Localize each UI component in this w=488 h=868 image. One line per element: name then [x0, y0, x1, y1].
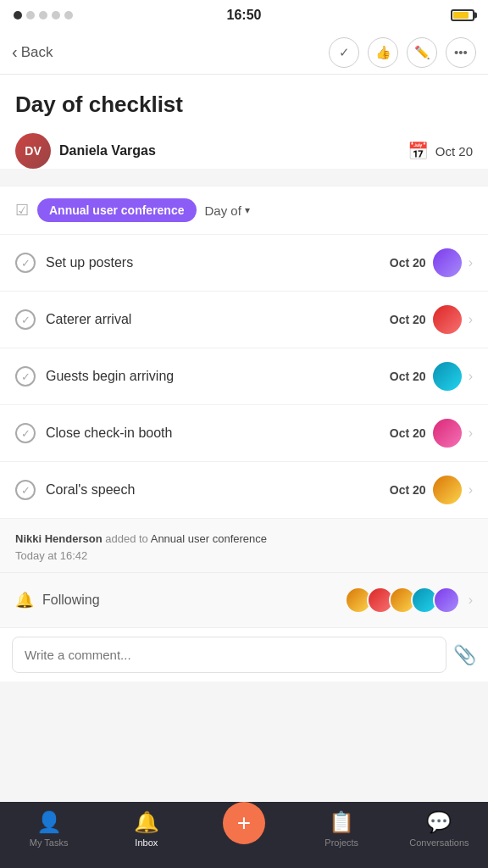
- task-name: Caterer arrival: [46, 312, 390, 327]
- content-area: Day of checklist DV Daniela Vargas 📅 Oct…: [0, 75, 488, 169]
- dropdown-chevron-icon: ▾: [245, 204, 250, 216]
- task-chevron-icon: ›: [469, 255, 473, 270]
- nav-item-projects[interactable]: 📋 Projects: [293, 810, 391, 848]
- projects-icon: 📋: [329, 810, 354, 834]
- task-check-icon[interactable]: ✓: [15, 480, 36, 500]
- nav-item-conversations[interactable]: 💬 Conversations: [391, 810, 488, 848]
- author-row: DV Daniela Vargas 📅 Oct 20: [15, 133, 473, 169]
- nav-actions: ✓ 👍 ✏️ •••: [329, 37, 476, 68]
- back-label: Back: [21, 44, 53, 61]
- following-avatars: [345, 587, 460, 614]
- activity-time: Today at 16:42: [15, 549, 87, 562]
- task-chevron-icon: ›: [469, 312, 473, 327]
- nav-item-my-tasks[interactable]: 👤 My Tasks: [0, 810, 97, 848]
- project-tag[interactable]: Annual user conference: [37, 198, 197, 222]
- checklist-icon: ☑: [15, 201, 29, 220]
- task-check-icon[interactable]: ✓: [15, 366, 36, 387]
- add-button[interactable]: +: [223, 802, 265, 844]
- more-action-button[interactable]: •••: [446, 37, 476, 68]
- task-name: Coral's speech: [46, 482, 390, 498]
- task-meta: Oct 20 ›: [390, 362, 473, 391]
- table-row[interactable]: ✓ Set up posters Oct 20 ›: [0, 235, 488, 292]
- edit-action-button[interactable]: ✏️: [407, 37, 437, 68]
- filter-dropdown[interactable]: Day of ▾: [205, 203, 250, 218]
- table-row[interactable]: ✓ Close check-in booth Oct 20 ›: [0, 405, 488, 462]
- check-action-button[interactable]: ✓: [329, 37, 359, 68]
- task-date: Oct 20: [390, 426, 426, 440]
- filter-label: Day of: [205, 203, 241, 218]
- page-title: Day of checklist: [15, 92, 473, 118]
- my-tasks-label: My Tasks: [30, 837, 69, 848]
- task-name: Set up posters: [46, 255, 390, 270]
- inbox-label: Inbox: [135, 837, 158, 848]
- task-check-icon[interactable]: ✓: [15, 423, 36, 443]
- task-chevron-icon: ›: [469, 482, 473, 498]
- dot-4: [52, 11, 60, 19]
- conversations-label: Conversations: [409, 837, 469, 848]
- avatar: [433, 476, 462, 504]
- check-icon: ✓: [339, 45, 350, 60]
- attach-icon[interactable]: 📎: [453, 644, 476, 666]
- avatar: [433, 419, 462, 448]
- dot-5: [64, 11, 73, 19]
- task-meta: Oct 20 ›: [390, 305, 473, 334]
- following-label: Following: [42, 593, 345, 608]
- due-date: Oct 20: [435, 144, 473, 159]
- projects-label: Projects: [324, 837, 358, 848]
- task-meta: Oct 20 ›: [390, 419, 473, 448]
- my-tasks-icon: 👤: [36, 810, 62, 834]
- following-chevron-icon: ›: [469, 593, 473, 608]
- following-row[interactable]: 🔔 Following ›: [0, 572, 488, 627]
- inbox-icon: 🔔: [134, 810, 159, 834]
- more-icon: •••: [454, 45, 468, 59]
- task-date: Oct 20: [390, 483, 426, 497]
- tags-row: ☑ Annual user conference Day of ▾: [0, 186, 488, 235]
- activity-actor: Nikki Henderson: [15, 532, 103, 545]
- author-name: Daniela Vargas: [59, 143, 399, 159]
- task-date: Oct 20: [390, 370, 426, 383]
- task-date: Oct 20: [390, 256, 426, 270]
- thumbsup-action-button[interactable]: 👍: [368, 37, 398, 68]
- dot-1: [14, 11, 22, 19]
- nav-item-add[interactable]: +: [195, 810, 292, 844]
- comment-input[interactable]: [12, 637, 446, 673]
- thumbsup-icon: 👍: [375, 45, 391, 60]
- back-button[interactable]: ‹ Back: [12, 42, 53, 62]
- author-avatar-img: DV: [15, 133, 51, 169]
- edit-icon: ✏️: [414, 45, 430, 60]
- task-check-icon[interactable]: ✓: [15, 309, 36, 330]
- date-row: 📅 Oct 20: [408, 141, 473, 161]
- task-name: Close check-in booth: [46, 426, 390, 441]
- avatar: [433, 587, 460, 614]
- avatar: [433, 362, 462, 391]
- table-row[interactable]: ✓ Guests begin arriving Oct 20 ›: [0, 348, 488, 405]
- status-time: 16:50: [227, 8, 262, 23]
- comment-area: 📎: [0, 627, 488, 682]
- task-list: ✓ Set up posters Oct 20 › ✓ Caterer arri…: [0, 235, 488, 519]
- bottom-navigation: 👤 My Tasks 🔔 Inbox + 📋 Projects 💬 Conver…: [0, 802, 488, 868]
- avatar: [433, 305, 462, 334]
- table-row[interactable]: ✓ Coral's speech Oct 20 ›: [0, 462, 488, 519]
- task-meta: Oct 20 ›: [390, 476, 473, 504]
- battery-fill: [453, 12, 469, 19]
- avatar: [433, 248, 462, 277]
- task-name: Guests begin arriving: [46, 369, 390, 384]
- task-chevron-icon: ›: [469, 426, 473, 441]
- status-bar: 16:50: [0, 0, 488, 31]
- task-check-icon[interactable]: ✓: [15, 253, 36, 273]
- table-row[interactable]: ✓ Caterer arrival Oct 20 ›: [0, 292, 488, 348]
- calendar-icon: 📅: [408, 141, 429, 161]
- author-avatar: DV: [15, 133, 51, 169]
- back-chevron-icon: ‹: [12, 42, 18, 62]
- task-chevron-icon: ›: [469, 369, 473, 384]
- dot-2: [26, 11, 35, 19]
- activity-action: added to: [105, 532, 151, 545]
- task-meta: Oct 20 ›: [390, 248, 473, 277]
- navigation-bar: ‹ Back ✓ 👍 ✏️ •••: [0, 31, 488, 75]
- battery-indicator: [451, 9, 474, 21]
- bell-icon: 🔔: [15, 591, 34, 609]
- dot-3: [39, 11, 47, 19]
- conversations-icon: 💬: [426, 810, 452, 834]
- task-date: Oct 20: [390, 313, 426, 326]
- nav-item-inbox[interactable]: 🔔 Inbox: [97, 810, 195, 848]
